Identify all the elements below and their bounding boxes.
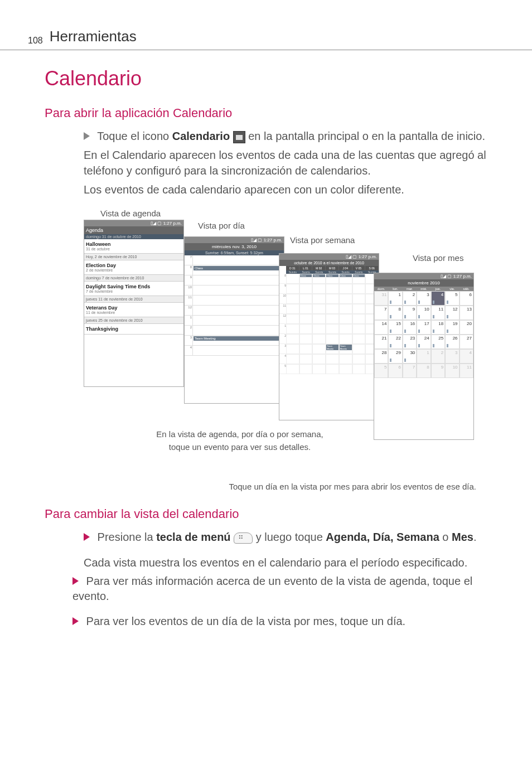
month-day-cell[interactable]: 23 — [403, 335, 417, 349]
label-agenda: Vista de agenda — [100, 209, 161, 218]
bullet-icon — [84, 132, 90, 140]
section-change-heading: Para cambiar la vista del calendario — [45, 507, 499, 521]
month-day-cell[interactable]: 2 — [431, 349, 445, 364]
status-bar: ▯◢ ▢ 1:27 p.m. — [279, 254, 379, 260]
bullet-icon — [72, 617, 79, 625]
calendar-icon — [233, 131, 245, 143]
bullet-month-day: Para ver los eventos de un día de la vis… — [45, 614, 499, 629]
month-day-cell[interactable]: 4 — [460, 349, 473, 364]
mes-word: Mes — [452, 531, 473, 543]
month-day-cell[interactable]: 9 — [431, 364, 445, 378]
list-item[interactable]: Halloween31 de octubre — [84, 239, 183, 254]
day-sunrise: Sunrise: 6:59am, Sunset: 5:32pm — [185, 250, 284, 255]
page-title: Herramientas — [50, 28, 137, 45]
text: o — [442, 531, 452, 543]
label-week: Vista por semana — [290, 235, 355, 245]
month-day-cell[interactable]: 27 — [460, 335, 473, 349]
caption-detail-2: toque un evento para ver sus detalles. — [128, 442, 351, 452]
text: Presione la — [98, 531, 157, 543]
month-day-cell[interactable]: 22 — [388, 335, 402, 349]
month-day-cell[interactable]: 9 — [403, 306, 417, 320]
month-day-cell[interactable]: 8 — [388, 306, 402, 320]
month-day-cell[interactable]: 26 — [445, 335, 459, 349]
month-day-cell[interactable]: 19 — [445, 320, 459, 335]
month-day-cell[interactable]: 3 — [445, 349, 459, 364]
agenda-screenshot: ▯◢ ▢ 1:27 p.m. Agenda domingo 31 de octu… — [84, 220, 184, 387]
month-grid[interactable]: 3112345678910111213141516171819202122232… — [374, 291, 473, 378]
month-title: noviembre 2010 — [374, 279, 473, 287]
status-bar: ▯◢ ▢ 1:27 p.m. — [374, 273, 473, 279]
month-day-cell[interactable]: 6 — [388, 364, 402, 378]
paragraph-period: Cada vista muestra los eventos en el cal… — [84, 555, 499, 570]
month-day-cell[interactable]: 1 — [417, 349, 431, 364]
label-day: Vista por día — [198, 221, 245, 230]
month-day-cell[interactable]: 7 — [403, 364, 417, 378]
main-heading: Calendario — [45, 67, 499, 90]
week-screenshot: ▯◢ ▢ 1:27 p.m. octubre de 2010 a el novi… — [279, 253, 379, 420]
menu-key-word: tecla de menú — [156, 531, 230, 543]
month-day-cell[interactable]: 8 — [417, 364, 431, 378]
list-item[interactable]: Veterans Day11 de noviembre — [84, 303, 183, 317]
month-day-cell[interactable]: 14 — [374, 320, 388, 335]
text: en la pantalla principal o en la pantall… — [248, 130, 485, 142]
options-words: Agenda, Día, Semana — [326, 531, 439, 543]
month-day-cell[interactable]: 5 — [445, 291, 459, 306]
screenshots-figure: Vista de agenda Vista por día Vista por … — [45, 209, 499, 476]
caption-month: Toque un día en la vista por mes para ab… — [45, 482, 499, 491]
paragraph-sync: En el Calendario aparecen los eventos de… — [84, 147, 499, 178]
month-day-cell[interactable]: 17 — [417, 320, 431, 335]
list-item[interactable]: Election Day2 de noviembre — [84, 260, 183, 275]
event-class[interactable]: Class — [194, 266, 283, 270]
list-divider: Hoy, 2 de noviembre de 2010 — [84, 254, 183, 260]
status-bar: ▯◢ ▢ 1:27 p.m. — [185, 237, 284, 243]
list-divider: jueves 25 de noviembre de 2010 — [84, 317, 183, 324]
caption-detail-1: En la vista de agenda, por día o por sem… — [128, 429, 351, 439]
month-day-cell[interactable]: 2 — [403, 291, 417, 306]
page-number: 108 — [28, 36, 43, 46]
list-item[interactable]: Thanksgiving — [84, 324, 183, 335]
month-day-cell[interactable]: 11 — [431, 306, 445, 320]
month-day-cell[interactable]: 4 — [431, 291, 445, 306]
month-day-cell[interactable]: 5 — [374, 364, 388, 378]
month-day-cell[interactable]: 11 — [460, 364, 473, 378]
month-day-cell[interactable]: 7 — [374, 306, 388, 320]
month-day-cell[interactable]: 24 — [417, 335, 431, 349]
label-month: Vista por mes — [413, 253, 463, 263]
month-day-cell[interactable]: 10 — [445, 364, 459, 378]
month-day-cell[interactable]: 13 — [460, 306, 473, 320]
month-day-cell[interactable]: 31 — [374, 291, 388, 306]
page-header: 108 Herramientas — [0, 0, 532, 50]
month-day-cell[interactable]: 30 — [403, 349, 417, 364]
event-team-meeting[interactable]: Team Meeting — [194, 336, 283, 341]
list-divider: domingo 7 de noviembre de 2010 — [84, 275, 183, 282]
month-screenshot: ▯◢ ▢ 1:27 p.m. noviembre 2010 dom. lun. … — [374, 273, 474, 440]
month-day-cell[interactable]: 28 — [374, 349, 388, 364]
text: Toque el icono — [97, 130, 172, 142]
bullet-icon — [84, 533, 90, 541]
month-day-cell[interactable]: 29 — [388, 349, 402, 364]
bullet-agenda-detail: Para ver más información acerca de un ev… — [45, 574, 499, 604]
week-title: octubre de 2010 a el noviembre de 2010 — [279, 260, 379, 266]
month-day-cell[interactable]: 20 — [460, 320, 473, 335]
section-open-heading: Para abrir la aplicación Calendario — [45, 106, 499, 120]
month-day-cell[interactable]: 18 — [431, 320, 445, 335]
instruction-open: Toque el icono Calendario en la pantalla… — [84, 128, 499, 144]
month-day-cell[interactable]: 1 — [388, 291, 402, 306]
month-day-cell[interactable]: 12 — [445, 306, 459, 320]
bullet-icon — [72, 577, 79, 585]
list-item[interactable]: Daylight Saving Time Ends7 de noviembre — [84, 282, 183, 296]
month-day-cell[interactable]: 6 — [460, 291, 473, 306]
agenda-date: domingo 31 de octubre de 2010 — [84, 234, 183, 239]
day-screenshot: ▯◢ ▢ 1:27 p.m. miércoles nov. 3, 2010 Su… — [184, 236, 284, 404]
month-day-cell[interactable]: 25 — [431, 335, 445, 349]
day-title: miércoles nov. 3, 2010 — [185, 243, 284, 250]
month-day-cell[interactable]: 21 — [374, 335, 388, 349]
text: y luego toque — [256, 531, 326, 543]
calendar-word: Calendario — [172, 130, 230, 142]
status-bar: ▯◢ ▢ 1:27 p.m. — [84, 220, 183, 226]
month-day-cell[interactable]: 16 — [403, 320, 417, 335]
month-day-cell[interactable]: 3 — [417, 291, 431, 306]
month-day-cell[interactable]: 15 — [388, 320, 402, 335]
paragraph-colors: Los eventos de cada calendario aparecen … — [84, 182, 499, 197]
month-day-cell[interactable]: 10 — [417, 306, 431, 320]
